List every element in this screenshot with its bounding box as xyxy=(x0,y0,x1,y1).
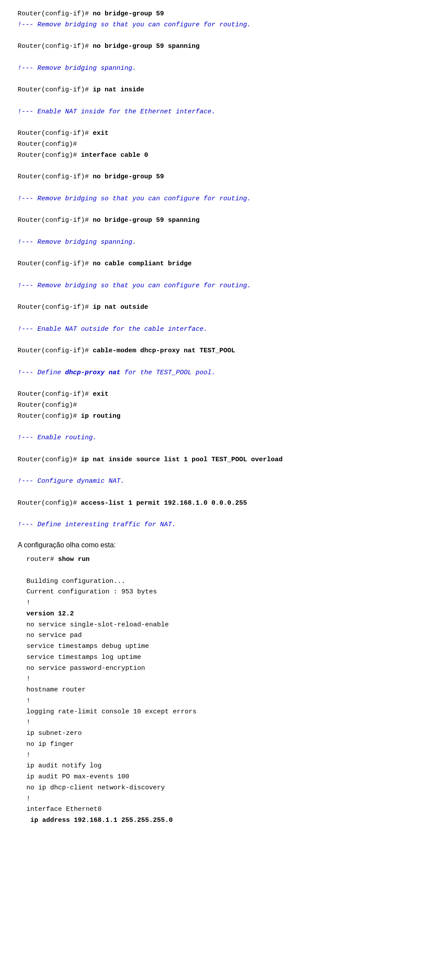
cmd-bold: ip nat outside xyxy=(93,304,148,311)
line-12: Router(config-if)# exit xyxy=(18,128,404,139)
sr-line-3: Building configuration... xyxy=(26,576,404,587)
line-23 xyxy=(18,248,404,259)
line-8: Router(config-if)# ip nat inside xyxy=(18,85,404,96)
line-28: Router(config-if)# ip nat outside xyxy=(18,302,404,313)
line-20: Router(config-if)# no bridge-group 59 sp… xyxy=(18,215,404,226)
cmd-text: Router(config)# xyxy=(18,152,81,159)
line-31 xyxy=(18,335,404,346)
comment-text: !--- Enable NAT outside for the cable in… xyxy=(18,325,207,333)
cmd-bold: exit xyxy=(93,130,109,137)
line-40: !--- Enable routing. xyxy=(18,433,404,444)
line-3 xyxy=(18,31,404,42)
line-36: Router(config-if)# exit xyxy=(18,389,404,400)
line-39 xyxy=(18,422,404,433)
cmd-text: Router(config)# xyxy=(18,412,81,420)
sr-line-10: service timestamps log uptime xyxy=(26,652,404,663)
sr-line-6: version 12.2 xyxy=(26,609,404,620)
cmd-text: Router(config-if)# xyxy=(18,260,93,268)
sr-line-23: ! xyxy=(26,794,404,805)
cmd-bold: no bridge-group 59 xyxy=(93,173,164,181)
cmd-bold: access-list 1 permit 192.168.1.0 0.0.0.2… xyxy=(81,499,247,507)
cmd-text: Router(config-if)# xyxy=(18,347,93,354)
comment-text: !--- Enable routing. xyxy=(18,434,97,441)
comment-text: !--- Enable NAT inside for the Ethernet … xyxy=(18,108,215,116)
line-45 xyxy=(18,487,404,498)
cmd-text: Router(config-if)# xyxy=(18,304,93,311)
line-48: !--- Define interesting traffic for NAT. xyxy=(18,520,404,531)
line-14: Router(config)# interface cable 0 xyxy=(18,150,404,161)
line-43 xyxy=(18,466,404,477)
cmd-text: Router(config-if)# xyxy=(18,173,93,181)
line-10: !--- Enable NAT inside for the Ethernet … xyxy=(18,107,404,118)
line-42: Router(config)# ip nat inside source lis… xyxy=(18,455,404,466)
sr-line-4: Current configuration : 953 bytes xyxy=(26,587,404,598)
line-9 xyxy=(18,96,404,107)
cmd-text: Router(config)# xyxy=(18,456,81,463)
sr-line-5: ! xyxy=(26,598,404,609)
line-44: !--- Configure dynamic NAT. xyxy=(18,476,404,487)
line-15 xyxy=(18,161,404,172)
sr-line-24: interface Ethernet0 xyxy=(26,804,404,815)
line-26: !--- Remove bridging so that you can con… xyxy=(18,281,404,292)
sr-line-2 xyxy=(26,565,404,576)
line-32: Router(config-if)# cable-modem dhcp-prox… xyxy=(18,346,404,357)
line-16: Router(config-if)# no bridge-group 59 xyxy=(18,172,404,183)
cmd-text: Router(config)# xyxy=(18,499,81,507)
comment-text: !--- Configure dynamic NAT. xyxy=(18,477,124,485)
sr-line-1: router# show run xyxy=(26,554,404,565)
prose-paragraph: A configuração olha como esta: xyxy=(18,541,404,549)
sr-line-14: ! xyxy=(26,696,404,707)
line-21 xyxy=(18,226,404,237)
cmd-bold: ip nat inside xyxy=(93,86,144,94)
line-47 xyxy=(18,509,404,520)
line-35 xyxy=(18,379,404,390)
line-30: !--- Enable NAT outside for the cable in… xyxy=(18,324,404,335)
show-run-section: router# show run Building configuration.… xyxy=(26,554,404,826)
sr-line-13: hostname router xyxy=(26,685,404,696)
comment-text: for the TEST_POOL pool. xyxy=(120,369,215,376)
line-25 xyxy=(18,270,404,281)
sr-line-20: ip audit notify log xyxy=(26,761,404,772)
line-11 xyxy=(18,118,404,129)
line-27 xyxy=(18,292,404,303)
line-1: Router(config-if)# no bridge-group 59 xyxy=(18,9,404,20)
line-19 xyxy=(18,205,404,216)
cmd-text: Router(config)# xyxy=(18,401,77,409)
cmd-text: Router(config-if)# xyxy=(18,130,93,137)
sr-line-11: no service password-encryption xyxy=(26,663,404,674)
comment-text: !--- Define xyxy=(18,369,65,376)
cmd-text: Router(config-if)# xyxy=(18,391,93,398)
cmd-bold: no bridge-group 59 spanning xyxy=(93,217,200,224)
comment-text: !--- Remove bridging spanning. xyxy=(18,239,136,246)
line-13: Router(config)# xyxy=(18,139,404,150)
sr-line-21: ip audit PO max-events 100 xyxy=(26,772,404,783)
sr-line-9: service timestamps debug uptime xyxy=(26,641,404,652)
cmd-bold: no cable compliant bridge xyxy=(93,260,192,268)
comment-text: !--- Remove bridging so that you can con… xyxy=(18,21,251,29)
comment-text: !--- Remove bridging so that you can con… xyxy=(18,195,251,203)
sr-line-17: ip subnet-zero xyxy=(26,728,404,739)
comment-text: !--- Define interesting traffic for NAT. xyxy=(18,521,176,528)
line-22: !--- Remove bridging spanning. xyxy=(18,237,404,248)
cmd-bold: interface cable 0 xyxy=(81,152,148,159)
sr-line-8: no service pad xyxy=(26,630,404,641)
line-17 xyxy=(18,183,404,194)
line-37: Router(config)# xyxy=(18,400,404,411)
sr-line-25: ip address 192.168.1.1 255.255.255.0 xyxy=(26,815,404,826)
comment-text: !--- Remove bridging so that you can con… xyxy=(18,282,251,289)
cmd-bold: ip routing xyxy=(81,412,120,420)
line-24: Router(config-if)# no cable compliant br… xyxy=(18,259,404,270)
sr-line-18: no ip finger xyxy=(26,739,404,750)
sr-cmd-bold: show run xyxy=(58,556,90,563)
line-18: !--- Remove bridging so that you can con… xyxy=(18,194,404,205)
cmd-bold: ip nat inside source list 1 pool TEST_PO… xyxy=(81,456,283,463)
line-46: Router(config)# access-list 1 permit 192… xyxy=(18,498,404,509)
line-2: !--- Remove bridging so that you can con… xyxy=(18,20,404,31)
line-41 xyxy=(18,444,404,455)
cmd-bold: cable-modem dhcp-proxy nat TEST_POOL xyxy=(93,347,235,354)
cmd-text: Router(config-if)# xyxy=(18,10,93,18)
sr-cmd: router# xyxy=(26,556,58,563)
line-6: !--- Remove bridging spanning. xyxy=(18,63,404,74)
cmd-text: Router(config-if)# xyxy=(18,43,93,50)
cmd-bold: no bridge-group 59 spanning xyxy=(93,43,200,50)
